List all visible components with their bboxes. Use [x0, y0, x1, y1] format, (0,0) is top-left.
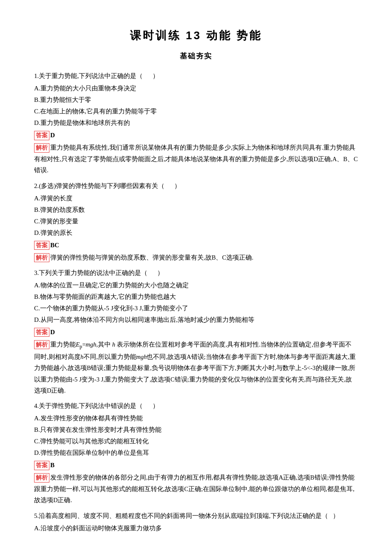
jiexi-text-1: 重力势能具有系统性,我们通常所说某物体具有的重力势能是多少,实际上为物体和地球所… — [34, 144, 358, 173]
section-subtitle: 基础夯实 — [34, 50, 358, 63]
question-1-text: 1.关于重力势能,下列说法中正确的是（ ） — [34, 70, 358, 82]
answer-badge-2: 答案 — [34, 241, 49, 250]
question-3-option-d: D.从同一高度,将物体沿不同方向以相同速率抛出后,落地时减少的重力势能相等 — [34, 314, 358, 326]
question-2-option-a: A.弹簧的长度 — [34, 193, 358, 204]
question-5-option-a: A.沿坡度小的斜面运动时物体克服重力做功多 — [34, 523, 358, 534]
answer-value-2: BC — [50, 242, 59, 249]
question-1-option-c: C.在地面上的物体,它具有的重力势能等于零 — [34, 106, 358, 117]
question-4-option-c: C.弹性势能可以与其他形式的能相互转化 — [34, 436, 358, 447]
question-4-option-b: B.只有弹簧在发生弹性形变时才具有弹性势能 — [34, 424, 358, 436]
answer-badge-3: 答案 — [34, 328, 49, 337]
question-1-option-d: D.重力势能是物体和地球所共有的 — [34, 117, 358, 129]
question-5-text: 5.沿着高度相同、坡度不同、粗糙程度也不同的斜面将同一物体分别从底端拉到顶端,下… — [34, 510, 358, 522]
question-1-answer: 答案D — [34, 130, 55, 141]
question-2-answer: 答案BC — [34, 240, 59, 251]
question-3-option-c: C.一个物体的重力势能从-5 J变化到-3 J,重力势能变小了 — [34, 303, 358, 314]
answer-value-1: D — [50, 132, 55, 139]
question-2: 2.(多选)弹簧的弹性势能与下列哪些因素有关（ ） A.弹簧的长度 B.弹簧的劲… — [34, 180, 358, 263]
question-1-jiexi: 解析重力势能具有系统性,我们通常所说某物体具有的重力势能是多少,实际上为物体和地… — [34, 142, 358, 176]
question-1-option-b: B.重力势能恒大于零 — [34, 94, 358, 106]
answer-value-4: B — [50, 462, 55, 468]
question-4: 4.关于弹性势能,下列说法中错误的是（ ） A.发生弹性形变的物体都具有弹性势能… — [34, 400, 358, 506]
question-2-option-d: D.弹簧的原长 — [34, 227, 358, 239]
question-4-answer: 答案B — [34, 460, 55, 471]
jiexi-text-2: 弹簧的弹性势能与弹簧的劲度系数、弹簧的形变量有关,故B、C选项正确. — [50, 254, 254, 261]
question-1: 1.关于重力势能,下列说法中正确的是（ ） A.重力势能的大小只由重物本身决定 … — [34, 70, 358, 176]
jiexi-badge-4: 解析 — [34, 473, 49, 483]
jiexi-badge-3: 解析 — [34, 340, 49, 350]
jiexi-text-3: 重力势能Ep=mgh,其中 h 表示物体所在位置相对参考平面的高度,具有相对性.… — [34, 341, 356, 394]
question-3-option-b: B.物体与零势能面的距离越大,它的重力势能也越大 — [34, 291, 358, 303]
question-3-jiexi: 解析重力势能Ep=mgh,其中 h 表示物体所在位置相对参考平面的高度,具有相对… — [34, 339, 358, 396]
question-3-answer: 答案D — [34, 327, 55, 338]
question-1-option-a: A.重力势能的大小只由重物本身决定 — [34, 83, 358, 94]
question-4-option-d: D.弹性势能在国际单位制中的单位是焦耳 — [34, 447, 358, 459]
question-2-jiexi: 解析弹簧的弹性势能与弹簧的劲度系数、弹簧的形变量有关,故B、C选项正确. — [34, 252, 358, 263]
question-4-text: 4.关于弹性势能,下列说法中错误的是（ ） — [34, 400, 358, 412]
answer-badge-1: 答案 — [34, 131, 49, 140]
answer-value-3: D — [50, 329, 55, 335]
jiexi-text-4: 发生弹性形变的物体的各部分之间,由于有弹力的相互作用,都具有弹性势能,故选项A正… — [34, 474, 355, 503]
question-4-jiexi: 解析发生弹性形变的物体的各部分之间,由于有弹力的相互作用,都具有弹性势能,故选项… — [34, 472, 358, 506]
question-3-text: 3.下列关于重力势能的说法中正确的是（ ） — [34, 267, 358, 279]
answer-badge-4: 答案 — [34, 461, 49, 470]
jiexi-badge-1: 解析 — [34, 143, 49, 153]
question-5: 5.沿着高度相同、坡度不同、粗糙程度也不同的斜面将同一物体分别从底端拉到顶端,下… — [34, 510, 358, 534]
question-2-text: 2.(多选)弹簧的弹性势能与下列哪些因素有关（ ） — [34, 180, 358, 192]
question-3: 3.下列关于重力势能的说法中正确的是（ ） A.物体的位置一旦确定,它的重力势能… — [34, 267, 358, 396]
question-2-option-b: B.弹簧的劲度系数 — [34, 204, 358, 216]
question-4-option-a: A.发生弹性形变的物体都具有弹性势能 — [34, 413, 358, 424]
question-3-option-a: A.物体的位置一旦确定,它的重力势能的大小也随之确定 — [34, 280, 358, 291]
question-2-option-c: C.弹簧的形变量 — [34, 216, 358, 227]
jiexi-badge-2: 解析 — [34, 253, 49, 263]
page-title: 课时训练 13 动能 势能 — [34, 26, 358, 46]
